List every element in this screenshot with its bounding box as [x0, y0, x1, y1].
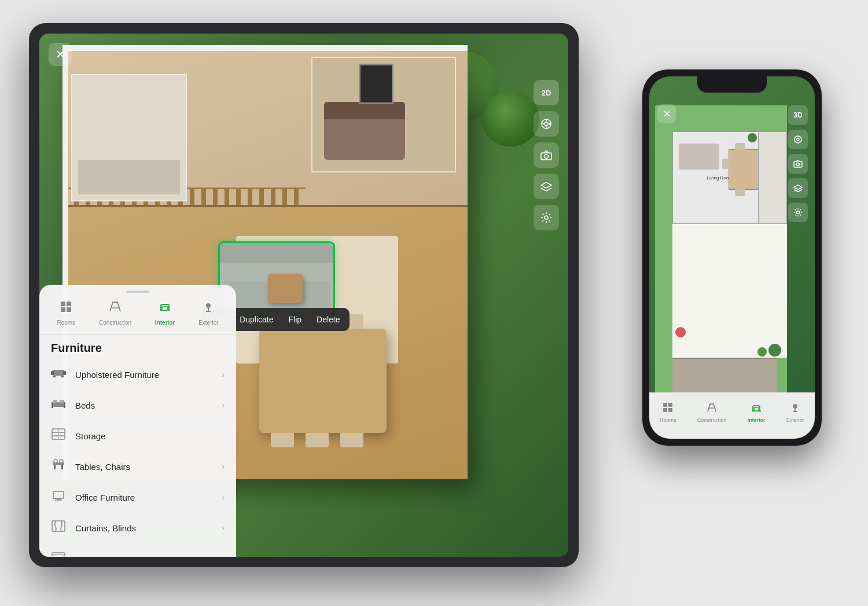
iphone-layers-button[interactable]	[788, 178, 808, 198]
interior-tab[interactable]: Interior	[150, 298, 179, 328]
svg-point-45	[795, 136, 801, 143]
svg-rect-40	[54, 554, 63, 556]
coffee-table	[268, 274, 303, 303]
office-label: Office Furniture	[75, 493, 222, 502]
iphone-exterior-tab[interactable]: Exterior	[786, 402, 804, 423]
furniture-item-beds[interactable]: Beds ›	[39, 390, 236, 421]
exterior-tab[interactable]: Exterior	[194, 298, 223, 328]
upholstered-label: Upholstered Furniture	[75, 370, 222, 380]
kitchen-sink	[78, 160, 180, 194]
tree-2	[481, 91, 539, 146]
svg-rect-18	[61, 376, 64, 377]
iphone-device: Living Room (54,2 m²)	[642, 69, 822, 446]
furniture-item-storage[interactable]: Storage	[39, 421, 236, 451]
settings-button[interactable]	[534, 205, 559, 230]
furniture-item-upholstered[interactable]: Upholstered Furniture ›	[39, 359, 236, 390]
rugs-label: Rugs	[75, 554, 225, 557]
svg-point-13	[206, 303, 211, 308]
rugs-icon	[51, 550, 67, 556]
tables-icon	[51, 458, 67, 475]
svg-point-49	[797, 211, 800, 214]
office-chevron: ›	[222, 493, 225, 502]
flip-button[interactable]: Flip	[282, 311, 309, 328]
couch-2d	[679, 144, 719, 170]
svg-point-46	[797, 138, 799, 141]
svg-rect-47	[794, 161, 802, 167]
plant-3	[757, 347, 767, 357]
beds-label: Beds	[75, 401, 222, 410]
garden-left	[655, 105, 672, 392]
svg-rect-11	[61, 307, 65, 312]
iphone-camera-button[interactable]	[788, 154, 808, 174]
panel-tabs: Rooms Construction	[39, 298, 236, 335]
iphone-construction-icon	[706, 402, 718, 416]
ipad-screen: Edit Duplicate Flip Delete ✕ 2D	[39, 34, 568, 557]
svg-rect-14	[52, 370, 65, 376]
iphone-close-button[interactable]: ✕	[657, 104, 676, 123]
svg-rect-38	[52, 521, 65, 531]
svg-rect-32	[61, 465, 63, 469]
tables-chevron: ›	[222, 462, 225, 471]
upholstered-icon	[51, 366, 67, 383]
delete-button[interactable]: Delete	[310, 311, 347, 328]
beds-chevron: ›	[222, 401, 225, 410]
office-icon	[51, 489, 67, 505]
iphone-rooms-tab[interactable]: Rooms	[660, 402, 676, 423]
close-button[interactable]: ✕	[49, 43, 72, 66]
svg-rect-22	[52, 402, 53, 408]
iphone-bottom-toolbar: Rooms Construction	[649, 392, 815, 439]
svg-rect-15	[51, 371, 54, 375]
furniture-item-office[interactable]: Office Furniture ›	[39, 482, 236, 513]
sofa-back	[220, 243, 333, 263]
iphone-interior-tab[interactable]: Interior	[748, 402, 766, 423]
svg-rect-23	[64, 402, 65, 408]
svg-rect-50	[663, 403, 667, 407]
furniture-item-curtains[interactable]: Curtains, Blinds ›	[39, 513, 236, 543]
iphone-screen: Living Room (54,2 m²)	[649, 76, 815, 439]
iphone-rooms-icon	[662, 402, 674, 416]
svg-point-28	[58, 434, 59, 435]
berries	[675, 327, 686, 337]
furniture-item-tables[interactable]: Tables, Chairs ›	[39, 451, 236, 482]
svg-point-8	[545, 216, 548, 219]
svg-rect-17	[53, 376, 56, 377]
iphone-expand-button[interactable]	[788, 130, 808, 149]
iphone-3d-button[interactable]: 3D	[788, 105, 808, 125]
2d-view-button[interactable]: 2D	[534, 80, 559, 105]
storage-icon	[51, 428, 67, 444]
panel-handle[interactable]	[126, 291, 149, 293]
storage-label: Storage	[75, 431, 225, 441]
ipad-side-toolbar: 2D	[534, 80, 559, 230]
chair-top-1	[735, 143, 745, 150]
furniture-title: Furniture	[39, 335, 236, 359]
iphone-construction-tab[interactable]: Construction	[697, 402, 727, 423]
stone-path	[672, 358, 777, 392]
curtains-label: Curtains, Blinds	[75, 523, 222, 533]
rooms-icon	[59, 300, 73, 317]
curtains-chevron: ›	[222, 523, 225, 532]
iphone-notch	[697, 76, 767, 93]
svg-point-27	[58, 430, 59, 431]
rooms-tab[interactable]: Rooms	[52, 298, 80, 328]
layers-button[interactable]	[534, 174, 559, 199]
artwork	[359, 64, 393, 104]
construction-tab[interactable]: Construction	[94, 298, 136, 328]
svg-rect-51	[668, 403, 672, 407]
furniture-panel: Rooms Construction	[39, 285, 236, 557]
expand-button[interactable]	[534, 111, 559, 137]
ipad-device: Edit Duplicate Flip Delete ✕ 2D	[29, 23, 579, 567]
duplicate-button[interactable]: Duplicate	[233, 311, 280, 328]
construction-icon	[108, 300, 122, 317]
main-container: Edit Duplicate Flip Delete ✕ 2D	[0, 0, 868, 606]
iphone-settings-button[interactable]	[788, 203, 808, 222]
bedroom-area	[311, 57, 456, 172]
chair-bottom-1	[735, 189, 745, 196]
camera-button[interactable]	[534, 142, 559, 168]
furniture-item-rugs[interactable]: Rugs	[39, 543, 236, 556]
curtains-icon	[51, 520, 67, 536]
svg-rect-20	[53, 400, 57, 403]
plant-2	[768, 344, 781, 357]
svg-rect-52	[663, 408, 667, 412]
chair-left	[722, 159, 729, 169]
side-room	[758, 131, 787, 224]
